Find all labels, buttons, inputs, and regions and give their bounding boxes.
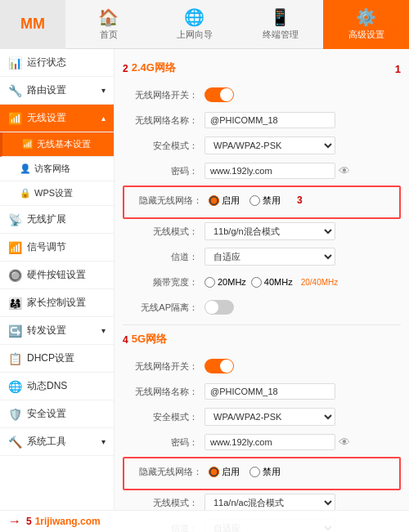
radio-24g-bw-20-input[interactable] xyxy=(204,277,215,288)
eye-icon-24g[interactable]: 👁 xyxy=(339,164,350,177)
sidebar-item-wireless-settings[interactable]: 📶 无线设置 ▴ xyxy=(0,105,114,132)
parental-icon: 👨‍👩‍👧 xyxy=(8,297,22,310)
section-24g-title: 2.4G网络 xyxy=(132,60,176,75)
security-icon: 🛡️ xyxy=(8,408,22,421)
input-5g-password[interactable] xyxy=(204,434,335,450)
sidebar-item-signal[interactable]: 📶 信号调节 xyxy=(0,234,114,262)
wireless-icon: 📶 xyxy=(8,112,22,125)
label-24g-ap-isolation: 无线AP隔离： xyxy=(123,302,204,314)
radio-5g-hidden-enable[interactable]: 启用 xyxy=(209,466,240,478)
sidebar-item-wireless-basic[interactable]: 📶 无线基本设置 xyxy=(0,132,114,157)
label-5g-hidden: 隐藏无线网络： xyxy=(127,466,209,478)
radio-24g-bw-20-label: 20MHz xyxy=(218,277,246,287)
sidebar-item-forward[interactable]: ↪️ 转发设置 ▾ xyxy=(0,317,114,345)
label-24g-ssid: 无线网络名称： xyxy=(123,114,204,127)
radio-5g-enable-input[interactable] xyxy=(209,467,219,477)
sidebar-item-run-status[interactable]: 📊 运行状态 xyxy=(0,49,114,77)
run-status-label: 运行状态 xyxy=(27,56,66,69)
sidebar-item-dynamic-dns[interactable]: 🌐 动态DNS xyxy=(0,373,114,400)
eye-icon-5g[interactable]: 👁 xyxy=(339,436,350,449)
router-icon: 🔧 xyxy=(8,84,22,97)
toggle-24g-wifi[interactable] xyxy=(204,87,234,102)
sidebar-item-parental[interactable]: 👨‍👩‍👧 家长控制设置 xyxy=(0,289,114,317)
sidebar-item-router-settings[interactable]: 🔧 路由设置 ▾ xyxy=(0,77,114,105)
signal-label: 信号调节 xyxy=(27,240,66,254)
nav-terminal[interactable]: 📱 终端管理 xyxy=(237,0,323,49)
radio-24g-hidden-disable[interactable]: 禁用 xyxy=(249,194,281,207)
main-layout: 📊 运行状态 🔧 路由设置 ▾ 📶 无线设置 ▴ 📶 无线基本设置 👤 访客网络… xyxy=(0,49,409,532)
logo: MM xyxy=(0,0,65,49)
label-5g-security: 安全模式： xyxy=(123,411,204,423)
section-divider xyxy=(123,324,401,325)
hardware-label: 硬件按钮设置 xyxy=(27,268,86,282)
terminal-icon: 📱 xyxy=(270,7,290,27)
watermark-num: 5 xyxy=(26,516,32,527)
sidebar-item-hardware-btn[interactable]: 🔘 硬件按钮设置 xyxy=(0,262,114,289)
dns-label: 动态DNS xyxy=(27,379,67,393)
val-24g-ssid xyxy=(204,112,401,128)
sidebar-item-wireless-extend[interactable]: 📡 无线扩展 xyxy=(0,206,114,234)
nav-setup[interactable]: 🌐 上网向导 xyxy=(151,0,237,49)
forward-icon: ↪️ xyxy=(8,324,22,338)
input-24g-password[interactable] xyxy=(204,163,335,179)
toggle-24g-ap-isolation[interactable] xyxy=(204,300,234,315)
input-24g-ssid[interactable] xyxy=(204,112,335,128)
nav-advanced[interactable]: ⚙️ 高级设置 xyxy=(323,0,409,49)
select-5g-mode[interactable]: 11a/n/ac混合模式 xyxy=(204,494,335,512)
tools-icon: 🔨 xyxy=(8,436,22,449)
annotation-1: 1 xyxy=(395,63,401,75)
sidebar-item-dhcp[interactable]: 📋 DHCP设置 xyxy=(0,345,114,373)
select-24g-security[interactable]: WPA/WPA2-PSK xyxy=(204,136,335,154)
advanced-icon: ⚙️ xyxy=(356,7,376,27)
row-24g-ap-isolation: 无线AP隔离： xyxy=(123,297,401,318)
sidebar-item-security[interactable]: 🛡️ 安全设置 xyxy=(0,400,114,428)
annotation-2: 2 xyxy=(123,63,128,74)
run-status-icon: 📊 xyxy=(8,56,22,69)
setup-icon: 🌐 xyxy=(184,7,204,27)
content-area: 2 2.4G网络 1 无线网络开关： 无线网络名称： xyxy=(115,49,409,532)
router-arrow-icon: ▾ xyxy=(101,86,106,95)
radio-24g-bw: 20MHz 40MHz 20/40MHz xyxy=(204,277,338,288)
wireless-label: 无线设置 xyxy=(27,111,66,125)
radio-24g-bw-40[interactable]: 40MHz xyxy=(251,277,293,288)
nav-bar: 🏠 首页 🌐 上网向导 📱 终端管理 ⚙️ 高级设置 xyxy=(65,0,409,49)
freq-note-24g: 20/40MHz xyxy=(301,278,339,287)
section-24g-title-row: 2 2.4G网络 1 xyxy=(123,57,401,80)
radio-24g-hidden-enable[interactable]: 启用 xyxy=(209,194,240,207)
row-24g-wifi-toggle: 无线网络开关： xyxy=(123,84,401,105)
select-24g-mode[interactable]: 11b/g/n混合模式 xyxy=(204,222,335,240)
label-5g-mode: 无线模式： xyxy=(123,497,204,509)
nav-setup-label: 上网向导 xyxy=(177,29,213,41)
tools-label: 系统工具 xyxy=(27,435,66,449)
highlight-24g-hidden: 隐藏无线网络： 启用 禁用 3 xyxy=(123,186,401,219)
input-5g-ssid[interactable] xyxy=(204,383,335,400)
label-24g-hidden: 隐藏无线网络： xyxy=(127,194,209,207)
hardware-icon: 🔘 xyxy=(8,269,22,282)
sidebar-item-system-tools[interactable]: 🔨 系统工具 ▾ xyxy=(0,428,114,456)
radio-24g-bw-40-input[interactable] xyxy=(251,277,262,288)
sidebar-item-guest-network[interactable]: 👤 访客网络 xyxy=(0,157,114,181)
toggle-5g-wifi[interactable] xyxy=(204,359,234,373)
radio-24g-disable-input[interactable] xyxy=(249,195,260,206)
dhcp-label: DHCP设置 xyxy=(27,351,74,365)
extend-icon: 📡 xyxy=(8,213,22,226)
row-5g-password: 密码： 👁 xyxy=(123,431,401,453)
select-5g-security[interactable]: WPA/WPA2-PSK xyxy=(204,408,335,426)
val-5g-hidden: 启用 禁用 xyxy=(209,466,397,478)
radio-24g-bw-20[interactable]: 20MHz xyxy=(204,277,246,288)
sidebar-item-wps[interactable]: 🔒 WPS设置 xyxy=(0,181,114,206)
row-24g-mode: 无线模式： 11b/g/n混合模式 xyxy=(123,221,401,242)
toggle-24g-knob xyxy=(220,88,233,101)
val-24g-security: WPA/WPA2-PSK xyxy=(204,136,401,154)
radio-5g-hidden-disable[interactable]: 禁用 xyxy=(249,466,281,478)
radio-5g-disable-input[interactable] xyxy=(249,467,260,477)
section-5g-title: 5G网络 xyxy=(132,332,167,346)
radio-24g-enable-input[interactable] xyxy=(209,195,219,206)
nav-home[interactable]: 🏠 首页 xyxy=(65,0,151,49)
logo-text: MM xyxy=(20,16,45,33)
signal-icon: 📶 xyxy=(8,241,22,254)
select-24g-channel[interactable]: 自适应 xyxy=(204,248,335,266)
radio-24g-disable-label: 禁用 xyxy=(263,194,281,207)
header: MM 🏠 首页 🌐 上网向导 📱 终端管理 ⚙️ 高级设置 xyxy=(0,0,409,49)
val-5g-wifi-switch xyxy=(204,359,401,373)
